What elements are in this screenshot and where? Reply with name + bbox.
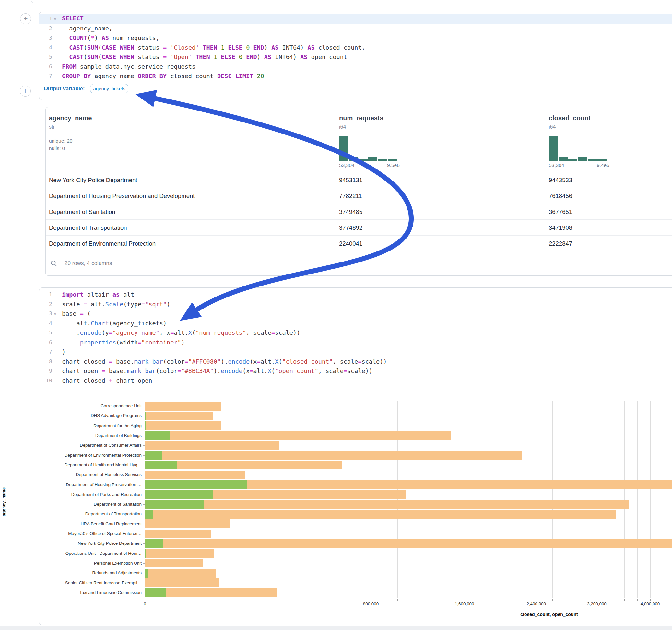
sql-line-5[interactable]: 5 CAST(SUM(CASE WHEN status = 'Open' THE…: [39, 52, 672, 62]
x-axis-label: 3,200,000: [577, 602, 616, 606]
bar-open_count: [145, 490, 213, 499]
sql-cell: 1∨SELECT 2 agency_name,3 COUNT(*) AS num…: [39, 12, 672, 100]
histogram-bar: [368, 157, 377, 161]
fold-caret-icon[interactable]: ∨: [52, 16, 58, 21]
x-axis-tick: [637, 599, 638, 601]
line-number: 7: [39, 73, 52, 79]
y-axis-tick: [143, 554, 145, 554]
output-variable-chip[interactable]: agency_tickets: [90, 84, 128, 93]
sql-line-3[interactable]: 3 COUNT(*) AS num_requests,: [39, 33, 672, 43]
column-histogram: [549, 137, 606, 161]
python-line-5[interactable]: 5 .encode(y="agency_name", x=alt.X("num_…: [39, 328, 672, 338]
gridline: [398, 401, 398, 598]
x-axis-tick: [520, 599, 520, 601]
bar-open_count: [145, 510, 153, 518]
x-axis-tick: [536, 599, 536, 601]
x-axis-line: [145, 598, 672, 598]
code-text: import altair as alt: [58, 291, 134, 298]
bar-closed_count: [145, 470, 245, 479]
python-line-10[interactable]: 10chart_closed + chart_open: [39, 376, 672, 386]
python-line-4[interactable]: 4 alt.Chart(agency_tickets): [39, 319, 672, 328]
python-line-7[interactable]: 7): [39, 347, 672, 357]
table-cell: 3774892: [339, 220, 362, 236]
fold-spacer: [52, 303, 58, 305]
column-name: agency_name: [49, 114, 92, 122]
sql-line-4[interactable]: 4 CAST(SUM(CASE WHEN status = 'Closed' T…: [39, 43, 672, 52]
python-line-1[interactable]: 1import altair as alt: [39, 290, 672, 299]
y-axis-label: New York City Police Department: [38, 541, 142, 546]
column-header-num_requests[interactable]: num_requestsi64: [339, 114, 383, 130]
line-number: 10: [39, 378, 52, 384]
bar-closed_count: [145, 510, 616, 518]
line-number: 2: [39, 301, 52, 307]
python-line-8[interactable]: 8chart_closed = base.mark_bar(color="#FF…: [39, 357, 672, 366]
y-axis-tick: [143, 514, 145, 514]
y-axis-label: Department for the Aging: [38, 423, 142, 428]
histogram-bar: [339, 137, 348, 161]
histogram-range-labels: 53,3049.5e6: [339, 162, 410, 168]
fold-spacer: [52, 294, 58, 295]
add-cell-button-top[interactable]: +: [20, 13, 31, 24]
x-axis-tick: [611, 599, 611, 601]
bar-open_count: [145, 421, 146, 430]
fold-spacer: [52, 37, 58, 39]
x-axis-tick: [422, 599, 422, 601]
gridline: [444, 401, 444, 598]
line-number: 4: [39, 320, 52, 326]
fold-spacer: [52, 322, 58, 324]
bar-open_count: [145, 402, 145, 411]
gridline: [464, 401, 465, 598]
gridline: [305, 401, 305, 598]
sql-line-7[interactable]: 7GROUP BY agency_name ORDER BY closed_co…: [39, 71, 672, 81]
table-row: Department of Transportation377489234719…: [46, 220, 672, 236]
column-dtype: i64: [549, 124, 591, 130]
code-text: chart_closed = base.mark_bar(color="#FFC…: [58, 358, 387, 365]
fold-spacer: [52, 351, 58, 353]
line-number: 2: [39, 25, 52, 31]
line-number: 7: [39, 349, 52, 355]
histogram-bar: [558, 157, 568, 161]
bar-open_count: [145, 480, 247, 489]
histogram-bar: [349, 157, 358, 161]
code-text: chart_closed + chart_open: [58, 377, 152, 384]
search-icon[interactable]: [50, 260, 57, 267]
line-number: 3: [39, 35, 52, 41]
python-line-6[interactable]: 6 .properties(width="container"): [39, 338, 672, 347]
sql-line-1[interactable]: 1∨SELECT: [39, 14, 672, 24]
python-line-9[interactable]: 9chart_open = base.mark_bar(color="#8BC3…: [39, 366, 672, 376]
gridline: [520, 401, 520, 598]
sql-code-editor[interactable]: 1∨SELECT 2 agency_name,3 COUNT(*) AS num…: [39, 12, 672, 81]
fold-caret-icon[interactable]: ∨: [52, 311, 58, 316]
fold-spacer: [52, 370, 58, 372]
column-histogram: [339, 137, 397, 161]
gridline: [258, 401, 258, 598]
python-line-2[interactable]: 2scale = alt.Scale(type="sqrt"): [39, 299, 672, 309]
y-axis-label: Department of Sanitation: [38, 502, 142, 507]
table-cell: 7782211: [339, 188, 362, 204]
table-cell: 2222847: [549, 236, 572, 251]
python-code-editor[interactable]: 1import altair as alt2scale = alt.Scale(…: [39, 288, 672, 385]
y-axis-label: Senior Citizen Rent Increase Exempti…: [38, 580, 142, 585]
histogram-bar: [588, 159, 597, 161]
column-name: num_requests: [339, 114, 383, 122]
gridline: [568, 401, 568, 598]
add-cell-button-output[interactable]: +: [20, 86, 31, 97]
sql-line-2[interactable]: 2 agency_name,: [39, 24, 672, 33]
column-header-closed_count[interactable]: closed_counti64: [549, 114, 591, 130]
table-row: Department of Environmental Protection22…: [46, 236, 672, 251]
y-axis-line: [145, 401, 145, 598]
python-line-3[interactable]: 3∨base = (: [39, 309, 672, 319]
table-cell: 3749485: [339, 204, 362, 220]
bar-open_count: [145, 470, 145, 479]
output-variable-label: Output variable:: [44, 86, 85, 92]
y-axis-label: Department of Parks and Recreation: [38, 492, 142, 497]
y-axis-label: Department of Consumer Affairs: [38, 443, 142, 447]
fold-spacer: [52, 332, 58, 334]
y-axis-label: HRA Benefit Card Replacement: [38, 522, 142, 526]
bar-open_count: [145, 500, 203, 509]
line-number: 1: [39, 16, 52, 22]
sql-line-6[interactable]: 6FROM sample_data.nyc.service_requests: [39, 62, 672, 72]
column-header-agency_name[interactable]: agency_namestrunique: 20nulls: 0: [49, 114, 92, 152]
table-cell: 3677651: [549, 204, 572, 220]
fold-spacer: [52, 342, 58, 343]
